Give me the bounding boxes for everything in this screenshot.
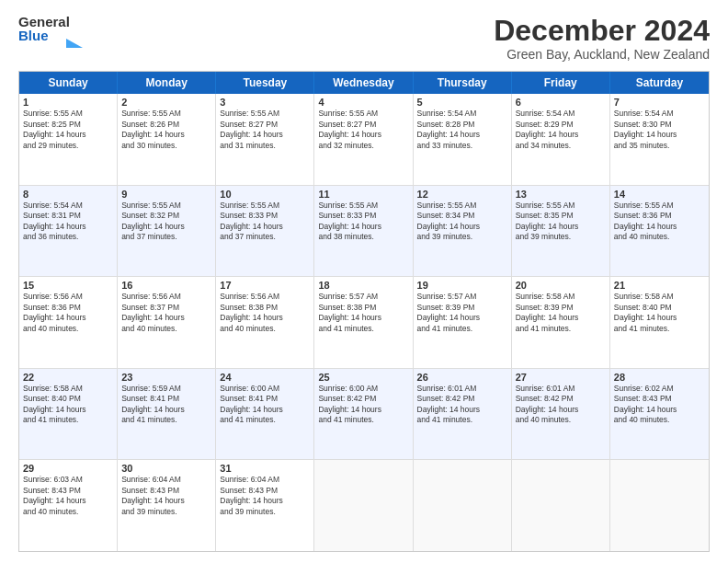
day-info: Sunrise: 6:00 AM Sunset: 8:41 PM Dayligh… <box>220 384 310 426</box>
day-info: Sunrise: 6:01 AM Sunset: 8:42 PM Dayligh… <box>417 384 507 426</box>
day-info: Sunrise: 6:01 AM Sunset: 8:42 PM Dayligh… <box>516 384 606 426</box>
calendar-cell: 20Sunrise: 5:58 AM Sunset: 8:39 PM Dayli… <box>512 277 610 368</box>
main-title: December 2024 <box>494 15 710 47</box>
calendar-cell: 13Sunrise: 5:55 AM Sunset: 8:35 PM Dayli… <box>512 186 610 277</box>
calendar-cell: 5Sunrise: 5:54 AM Sunset: 8:28 PM Daylig… <box>414 94 512 185</box>
day-number: 5 <box>417 97 507 108</box>
calendar-cell: 22Sunrise: 5:58 AM Sunset: 8:40 PM Dayli… <box>19 369 118 460</box>
header: General Blue December 2024 Green Bay, Au… <box>18 15 710 62</box>
day-number: 20 <box>516 280 606 291</box>
day-info: Sunrise: 5:54 AM Sunset: 8:30 PM Dayligh… <box>614 109 705 151</box>
day-info: Sunrise: 6:04 AM Sunset: 8:43 PM Dayligh… <box>121 475 211 517</box>
calendar-cell: 27Sunrise: 6:01 AM Sunset: 8:42 PM Dayli… <box>512 369 610 460</box>
day-info: Sunrise: 5:55 AM Sunset: 8:36 PM Dayligh… <box>614 201 705 243</box>
day-info: Sunrise: 5:59 AM Sunset: 8:41 PM Dayligh… <box>121 384 211 426</box>
day-info: Sunrise: 5:55 AM Sunset: 8:26 PM Dayligh… <box>121 109 211 151</box>
calendar-header-cell: Friday <box>512 72 610 94</box>
calendar-cell: 7Sunrise: 5:54 AM Sunset: 8:30 PM Daylig… <box>610 94 709 185</box>
day-info: Sunrise: 5:54 AM Sunset: 8:28 PM Dayligh… <box>417 109 507 151</box>
day-info: Sunrise: 5:55 AM Sunset: 8:27 PM Dayligh… <box>220 109 310 151</box>
day-number: 1 <box>23 97 113 108</box>
calendar-cell: 14Sunrise: 5:55 AM Sunset: 8:36 PM Dayli… <box>610 186 709 277</box>
day-number: 30 <box>121 463 211 474</box>
calendar-cell: 24Sunrise: 6:00 AM Sunset: 8:41 PM Dayli… <box>216 369 314 460</box>
calendar-cell: 15Sunrise: 5:56 AM Sunset: 8:36 PM Dayli… <box>19 277 118 368</box>
day-info: Sunrise: 5:56 AM Sunset: 8:38 PM Dayligh… <box>220 292 310 334</box>
page: General Blue December 2024 Green Bay, Au… <box>0 0 728 563</box>
day-info: Sunrise: 5:56 AM Sunset: 8:36 PM Dayligh… <box>23 292 113 334</box>
day-number: 6 <box>516 97 606 108</box>
day-info: Sunrise: 5:58 AM Sunset: 8:40 PM Dayligh… <box>614 292 705 334</box>
calendar-header-cell: Saturday <box>610 72 709 94</box>
day-number: 25 <box>318 372 408 383</box>
day-number: 15 <box>23 280 113 291</box>
calendar-cell: 16Sunrise: 5:56 AM Sunset: 8:37 PM Dayli… <box>118 277 216 368</box>
calendar-cell: 26Sunrise: 6:01 AM Sunset: 8:42 PM Dayli… <box>414 369 512 460</box>
day-number: 9 <box>121 189 211 200</box>
day-number: 17 <box>220 280 310 291</box>
day-number: 24 <box>220 372 310 383</box>
calendar-cell <box>314 460 413 551</box>
calendar-header-cell: Thursday <box>414 72 512 94</box>
day-number: 22 <box>23 372 113 383</box>
day-number: 7 <box>614 97 705 108</box>
day-info: Sunrise: 6:00 AM Sunset: 8:42 PM Dayligh… <box>318 384 408 426</box>
logo-general-text: General <box>18 15 83 29</box>
day-info: Sunrise: 5:55 AM Sunset: 8:27 PM Dayligh… <box>318 109 408 151</box>
calendar: SundayMondayTuesdayWednesdayThursdayFrid… <box>18 71 710 552</box>
calendar-header-cell: Tuesday <box>216 72 314 94</box>
day-info: Sunrise: 5:58 AM Sunset: 8:39 PM Dayligh… <box>516 292 606 334</box>
calendar-row: 15Sunrise: 5:56 AM Sunset: 8:36 PM Dayli… <box>19 277 709 369</box>
logo-wing-icon <box>66 39 83 48</box>
calendar-cell <box>414 460 512 551</box>
day-info: Sunrise: 5:55 AM Sunset: 8:25 PM Dayligh… <box>23 109 113 151</box>
day-info: Sunrise: 6:03 AM Sunset: 8:43 PM Dayligh… <box>23 475 113 517</box>
day-info: Sunrise: 6:04 AM Sunset: 8:43 PM Dayligh… <box>220 475 310 517</box>
calendar-cell: 30Sunrise: 6:04 AM Sunset: 8:43 PM Dayli… <box>118 460 216 551</box>
day-info: Sunrise: 5:56 AM Sunset: 8:37 PM Dayligh… <box>121 292 211 334</box>
calendar-cell: 9Sunrise: 5:55 AM Sunset: 8:32 PM Daylig… <box>118 186 216 277</box>
day-number: 12 <box>417 189 507 200</box>
day-info: Sunrise: 6:02 AM Sunset: 8:43 PM Dayligh… <box>614 384 705 426</box>
day-number: 18 <box>318 280 408 291</box>
day-number: 11 <box>318 189 408 200</box>
day-number: 4 <box>318 97 408 108</box>
calendar-cell: 31Sunrise: 6:04 AM Sunset: 8:43 PM Dayli… <box>216 460 314 551</box>
calendar-row: 22Sunrise: 5:58 AM Sunset: 8:40 PM Dayli… <box>19 369 709 461</box>
subtitle: Green Bay, Auckland, New Zealand <box>494 47 710 62</box>
day-number: 19 <box>417 280 507 291</box>
calendar-cell: 23Sunrise: 5:59 AM Sunset: 8:41 PM Dayli… <box>118 369 216 460</box>
day-number: 16 <box>121 280 211 291</box>
day-number: 10 <box>220 189 310 200</box>
calendar-cell: 4Sunrise: 5:55 AM Sunset: 8:27 PM Daylig… <box>314 94 413 185</box>
calendar-cell: 3Sunrise: 5:55 AM Sunset: 8:27 PM Daylig… <box>216 94 314 185</box>
day-info: Sunrise: 5:54 AM Sunset: 8:29 PM Dayligh… <box>516 109 606 151</box>
day-info: Sunrise: 5:57 AM Sunset: 8:38 PM Dayligh… <box>318 292 408 334</box>
day-info: Sunrise: 5:55 AM Sunset: 8:32 PM Dayligh… <box>121 201 211 243</box>
day-number: 31 <box>220 463 310 474</box>
day-number: 14 <box>614 189 705 200</box>
day-info: Sunrise: 5:54 AM Sunset: 8:31 PM Dayligh… <box>23 201 113 243</box>
calendar-cell <box>512 460 610 551</box>
day-number: 23 <box>121 372 211 383</box>
calendar-cell: 18Sunrise: 5:57 AM Sunset: 8:38 PM Dayli… <box>314 277 413 368</box>
day-number: 28 <box>614 372 705 383</box>
calendar-header: SundayMondayTuesdayWednesdayThursdayFrid… <box>19 72 709 94</box>
calendar-cell: 12Sunrise: 5:55 AM Sunset: 8:34 PM Dayli… <box>414 186 512 277</box>
day-number: 3 <box>220 97 310 108</box>
day-info: Sunrise: 5:58 AM Sunset: 8:40 PM Dayligh… <box>23 384 113 426</box>
calendar-header-cell: Monday <box>118 72 216 94</box>
logo-word: General Blue <box>18 15 83 48</box>
calendar-row: 8Sunrise: 5:54 AM Sunset: 8:31 PM Daylig… <box>19 186 709 278</box>
day-number: 27 <box>516 372 606 383</box>
calendar-cell: 28Sunrise: 6:02 AM Sunset: 8:43 PM Dayli… <box>610 369 709 460</box>
calendar-cell: 10Sunrise: 5:55 AM Sunset: 8:33 PM Dayli… <box>216 186 314 277</box>
day-number: 29 <box>23 463 113 474</box>
day-number: 8 <box>23 189 113 200</box>
title-block: December 2024 Green Bay, Auckland, New Z… <box>494 15 710 62</box>
calendar-cell: 6Sunrise: 5:54 AM Sunset: 8:29 PM Daylig… <box>512 94 610 185</box>
calendar-cell: 8Sunrise: 5:54 AM Sunset: 8:31 PM Daylig… <box>19 186 118 277</box>
calendar-cell: 2Sunrise: 5:55 AM Sunset: 8:26 PM Daylig… <box>118 94 216 185</box>
calendar-cell: 19Sunrise: 5:57 AM Sunset: 8:39 PM Dayli… <box>414 277 512 368</box>
day-info: Sunrise: 5:57 AM Sunset: 8:39 PM Dayligh… <box>417 292 507 334</box>
